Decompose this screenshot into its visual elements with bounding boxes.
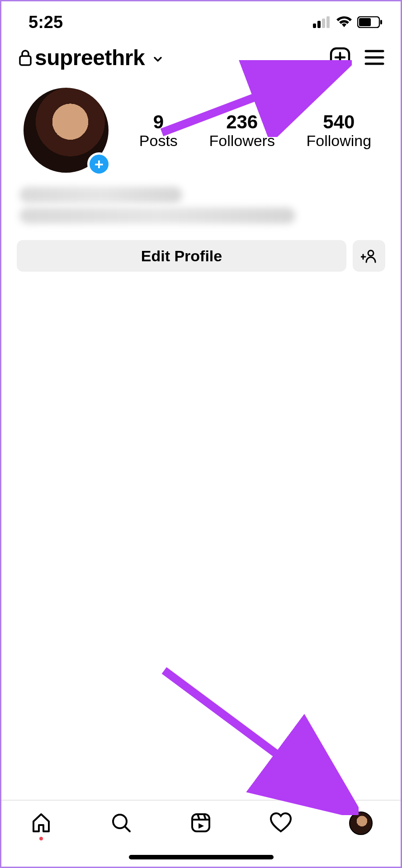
svg-rect-1: [317, 21, 321, 28]
home-icon: [30, 811, 52, 834]
battery-icon: [357, 16, 383, 28]
svg-rect-3: [326, 16, 330, 28]
svg-rect-0: [313, 24, 316, 28]
plus-icon: +: [95, 156, 104, 172]
add-story-button[interactable]: +: [87, 152, 111, 176]
annotation-arrow-bottom: [160, 666, 359, 815]
search-icon: [110, 811, 132, 834]
posts-count: 9: [139, 111, 178, 133]
stats-row: 9 Posts 236 Followers 540 Following: [114, 111, 387, 150]
stat-following[interactable]: 540 Following: [307, 111, 372, 150]
nav-profile[interactable]: [348, 811, 374, 835]
bio-line-redacted: [19, 208, 295, 224]
status-bar: 5:25: [1, 1, 401, 37]
discover-people-button[interactable]: [353, 240, 385, 272]
profile-info-row: + 9 Posts 236 Followers 540 Following: [1, 75, 401, 179]
svg-rect-6: [380, 20, 382, 24]
notification-dot: [39, 837, 43, 840]
following-count: 540: [307, 111, 372, 133]
profile-header: supreethrk: [1, 37, 401, 75]
edit-profile-label: Edit Profile: [141, 247, 222, 265]
svg-rect-7: [20, 56, 31, 65]
wifi-icon: [336, 16, 353, 28]
plus-square-icon: [329, 47, 351, 68]
bio-area: [1, 179, 401, 224]
followers-count: 236: [209, 111, 274, 133]
stat-posts[interactable]: 9 Posts: [139, 111, 178, 150]
profile-avatar-icon: [349, 811, 373, 835]
nav-search[interactable]: [109, 811, 134, 834]
nav-activity[interactable]: [268, 811, 293, 834]
avatar-container[interactable]: +: [22, 86, 110, 174]
profile-actions-row: Edit Profile: [1, 228, 401, 272]
bio-line-redacted: [19, 187, 182, 203]
following-label: Following: [307, 132, 372, 150]
username-switcher[interactable]: supreethrk: [35, 45, 164, 70]
posts-label: Posts: [139, 132, 178, 150]
username-text: supreethrk: [35, 46, 145, 70]
nav-reels[interactable]: [188, 811, 213, 834]
edit-profile-button[interactable]: Edit Profile: [17, 240, 346, 272]
chevron-down-icon: [151, 53, 164, 66]
add-person-icon: [361, 249, 377, 263]
cellular-icon: [313, 16, 331, 28]
status-time: 5:25: [28, 13, 63, 32]
reels-icon: [189, 811, 212, 834]
home-indicator[interactable]: [129, 855, 274, 859]
followers-label: Followers: [209, 132, 274, 150]
menu-button[interactable]: [362, 45, 387, 70]
svg-rect-19: [192, 814, 209, 831]
hamburger-icon: [364, 48, 385, 66]
create-button[interactable]: [327, 45, 353, 70]
svg-line-18: [125, 826, 130, 831]
status-icons: [313, 16, 383, 28]
stat-followers[interactable]: 236 Followers: [209, 111, 274, 150]
svg-rect-5: [359, 18, 371, 26]
heart-icon: [269, 811, 293, 834]
nav-home[interactable]: [28, 811, 54, 840]
svg-point-14: [368, 250, 374, 256]
lock-icon: [19, 49, 32, 66]
svg-rect-2: [322, 19, 325, 28]
svg-line-24: [164, 670, 341, 802]
